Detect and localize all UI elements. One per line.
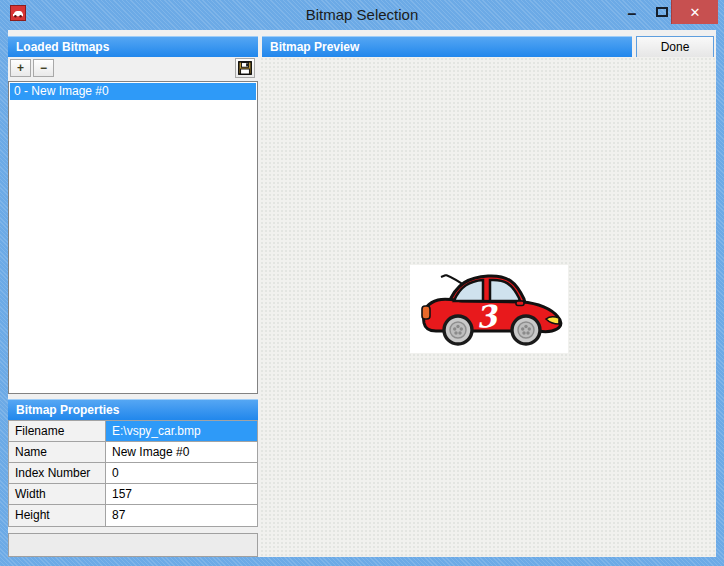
name-value[interactable]: New Image #0 xyxy=(106,442,257,462)
bitmap-properties-table: Filename E:\vspy_car.bmp Name New Image … xyxy=(8,420,258,527)
loaded-bitmaps-list[interactable]: 0 - New Image #0 xyxy=(8,81,258,394)
table-row: Name New Image #0 xyxy=(9,442,257,463)
dialog-client-area: Loaded Bitmaps Bitmap Preview Done + − 0… xyxy=(8,30,716,557)
done-button[interactable]: Done xyxy=(636,36,714,58)
floppy-disk-icon xyxy=(238,61,252,75)
table-row: Width 157 xyxy=(9,484,257,505)
property-label: Width xyxy=(9,484,106,504)
list-item[interactable]: 0 - New Image #0 xyxy=(10,83,256,100)
preview-bitmap-image: 3 xyxy=(410,265,568,353)
close-button[interactable]: ✕ xyxy=(671,0,718,24)
table-row: Height 87 xyxy=(9,505,257,526)
height-value[interactable]: 87 xyxy=(106,505,257,526)
minimize-icon: – xyxy=(628,5,637,23)
bitmap-toolbar: + − xyxy=(8,57,258,81)
index-number-value[interactable]: 0 xyxy=(106,463,257,483)
filename-value[interactable]: E:\vspy_car.bmp xyxy=(106,421,257,441)
red-car-image: 3 xyxy=(410,265,568,353)
close-icon: ✕ xyxy=(690,5,701,20)
save-bitmap-button[interactable] xyxy=(235,58,255,78)
table-row: Index Number 0 xyxy=(9,463,257,484)
property-label: Filename xyxy=(9,421,106,441)
bitmap-preview-header: Bitmap Preview xyxy=(262,36,632,57)
add-bitmap-button[interactable]: + xyxy=(10,59,31,77)
property-label: Name xyxy=(9,442,106,462)
maximize-icon xyxy=(656,7,668,17)
footer-strip xyxy=(8,533,258,557)
property-label: Index Number xyxy=(9,463,106,483)
width-value[interactable]: 157 xyxy=(106,484,257,504)
window-title: Bitmap Selection xyxy=(0,0,724,30)
bitmap-properties-header: Bitmap Properties xyxy=(8,399,258,420)
window-frame: Bitmap Selection – ✕ Loaded Bitmaps Bitm… xyxy=(0,0,724,566)
property-label: Height xyxy=(9,505,106,526)
table-row: Filename E:\vspy_car.bmp xyxy=(9,421,257,442)
remove-bitmap-button[interactable]: − xyxy=(33,59,54,77)
titlebar: Bitmap Selection – ✕ xyxy=(0,0,724,30)
minimize-button[interactable]: – xyxy=(618,0,646,24)
loaded-bitmaps-header: Loaded Bitmaps xyxy=(8,36,258,57)
